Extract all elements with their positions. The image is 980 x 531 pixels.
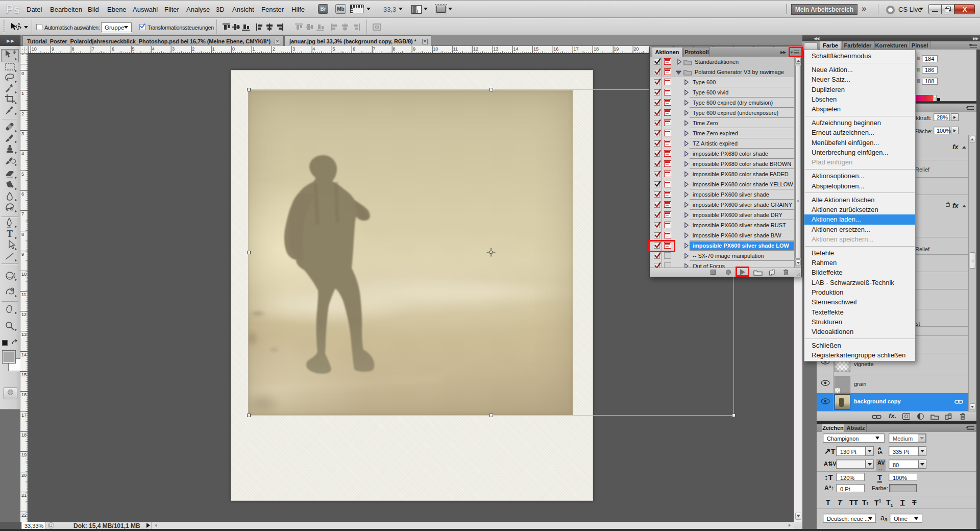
svg-text:T: T	[7, 229, 13, 239]
